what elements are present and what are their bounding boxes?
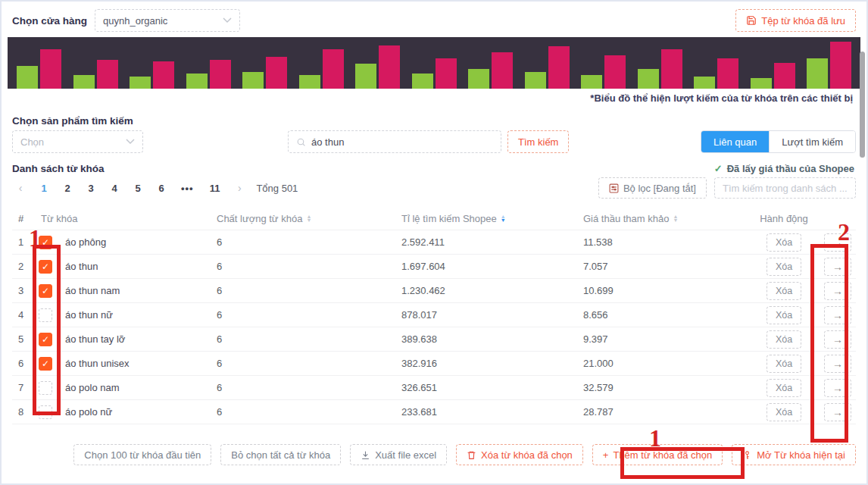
row-index: 6 [12,358,35,369]
pagination-page-1[interactable]: 1 [40,183,48,194]
deselect-all-button[interactable]: Bỏ chọn tất cả từ khóa [220,444,341,465]
row-delete-button[interactable]: Xóa [767,330,801,349]
row-bid: 21.000 [570,358,751,369]
row-checkbox-cell: ✓ [35,357,65,371]
scrollbar-thumb[interactable] [860,52,865,158]
row-index: 1 [12,236,35,248]
row-checkbox[interactable] [39,405,52,419]
select-100-button[interactable]: Chọn 100 từ khóa đầu tiên [73,444,211,465]
delete-selected-button[interactable]: Xóa từ khóa đã chọn [456,444,583,465]
search-button[interactable]: Tìm kiếm [507,130,569,153]
header-quality[interactable]: Chất lượng từ khóa ▲▼ [214,213,388,224]
row-arrow-cell: → [816,355,859,373]
row-delete-button[interactable]: Xóa [767,403,801,421]
row-delete-cell: Xóa [751,258,816,276]
row-checkbox[interactable]: ✓ [39,357,52,371]
save-icon [746,15,757,26]
chart-bar-pair [412,58,457,89]
row-arrow-cell: → [816,330,859,349]
row-index: 8 [12,406,35,418]
filter-button-label: Bộ lọc [Đang tắt] [623,183,696,194]
chart-bar-pair [242,57,287,89]
row-keyword: áo thun [65,261,214,272]
row-delete-button[interactable]: Xóa [767,306,801,324]
chart-bar-pink [266,57,287,89]
header-bid[interactable]: Giá thầu tham khảo ▲▼ [570,213,751,224]
row-delete-cell: Xóa [751,355,816,373]
pagination-page-11[interactable]: 11 [210,183,220,194]
header-index: # [12,213,35,224]
row-search-rate: 1.230.462 [388,285,570,296]
keyword-search-input[interactable]: áo thun [288,130,501,153]
row-open-arrow-button[interactable]: → [824,233,851,252]
row-delete-cell: Xóa [751,306,816,324]
row-open-arrow-button[interactable]: → [824,379,851,397]
row-checkbox[interactable]: ✓ [39,284,52,298]
chart-bar-pair [694,58,738,89]
row-keyword: áo polo nam [65,382,214,393]
pagination-next[interactable]: › [236,182,243,194]
header-search-rate[interactable]: Tỉ lệ tìm kiếm Shopee ▲▼ [388,213,570,224]
list-search-input[interactable]: Tìm kiếm trong danh sách ... [714,177,856,199]
row-checkbox[interactable]: ✓ [39,260,52,274]
saved-keyword-files-button[interactable]: Tệp từ khóa đã lưu [735,9,856,32]
row-checkbox[interactable] [39,381,52,395]
row-delete-button[interactable]: Xóa [767,233,801,252]
row-bid: 32.579 [570,382,751,393]
row-search-rate: 2.592.411 [388,236,570,248]
row-open-arrow-button[interactable]: → [824,330,851,349]
row-bid: 11.538 [570,236,751,248]
row-open-arrow-button[interactable]: → [824,306,851,324]
row-checkbox[interactable]: ✓ [39,236,52,249]
product-select[interactable]: Chọn [12,130,143,153]
row-bid: 7.057 [570,261,751,272]
pagination-prev[interactable]: ‹ [17,182,24,194]
pagination-page-6[interactable]: 6 [158,183,165,194]
row-delete-cell: Xóa [751,379,816,397]
chart-bar-pink [379,45,400,89]
chart-bar-green [242,72,264,89]
row-open-arrow-button[interactable]: → [824,403,851,421]
row-quality: 6 [214,406,388,418]
row-delete-button[interactable]: Xóa [767,379,801,397]
row-delete-button[interactable]: Xóa [767,355,801,373]
chart-bar-green [355,64,376,89]
row-open-arrow-button[interactable]: → [824,282,851,300]
add-selected-button[interactable]: + Thêm từ khóa đã chọn [592,444,723,465]
row-open-arrow-button[interactable]: → [824,355,851,373]
header-bid-label: Giá thầu tham khảo [583,213,669,224]
pagination-total: Tổng 501 [256,183,298,194]
row-checkbox[interactable]: ✓ [39,333,52,346]
chart-bar-pair [468,52,513,89]
pagination-page-2[interactable]: 2 [64,183,71,194]
toggle-relevance[interactable]: Liên quan [701,131,769,152]
row-checkbox-cell: ✓ [35,333,65,346]
chart-bar-pink [661,49,682,89]
export-excel-button[interactable]: Xuất file excel [350,444,447,465]
row-delete-button[interactable]: Xóa [767,282,801,300]
row-keyword: áo polo nữ [65,406,214,418]
open-current-keywords-label: Mở Từ khóa hiện tại [757,449,845,461]
sort-icon: ▲▼ [673,214,678,223]
saved-keyword-files-label: Tệp từ khóa đã lưu [761,15,845,27]
chart-bar-green [807,58,828,89]
open-current-keywords-button[interactable]: Mở Từ khóa hiện tại [732,444,856,465]
row-arrow-cell: → [816,403,859,421]
filter-button[interactable]: Bộ lọc [Đang tắt] [598,177,707,199]
sort-icon-active: ▲▼ [501,214,506,223]
chart-bar-green [468,69,489,89]
row-index: 3 [12,285,35,296]
pagination-page-5[interactable]: 5 [134,183,142,194]
row-delete-button[interactable]: Xóa [767,258,801,276]
keyword-tool-page: Chọn cửa hàng quynh_organic Tệp từ khóa … [0,0,868,485]
row-checkbox[interactable] [39,308,52,322]
chart-bar-green [130,77,151,89]
row-open-arrow-button[interactable]: → [824,258,851,276]
pagination-page-4[interactable]: 4 [111,183,118,194]
store-select[interactable]: quynh_organic [95,9,240,32]
chart-bar-pink [436,58,457,89]
chart-bar-pink [492,52,513,89]
pager-row: ‹123456•••11›Tổng 501 Bộ lọc [Đang tắt] … [2,177,866,199]
toggle-search-volume[interactable]: Lượt tìm kiếm [769,131,855,152]
pagination-page-3[interactable]: 3 [87,183,95,194]
